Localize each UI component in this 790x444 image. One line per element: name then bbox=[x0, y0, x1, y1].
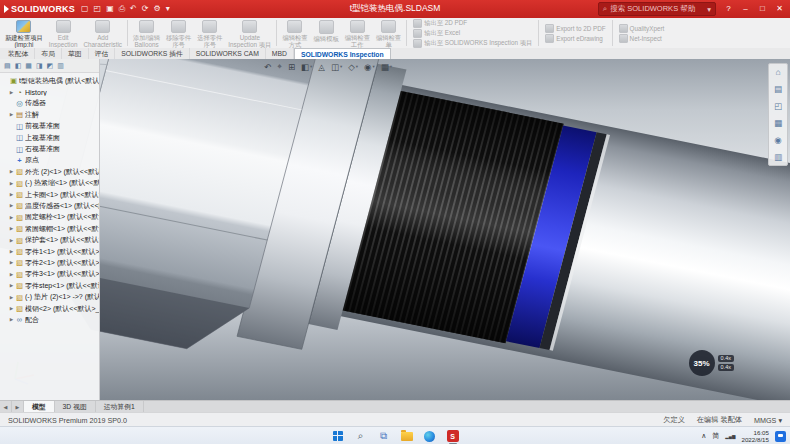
task-view-button[interactable]: ⧉ bbox=[377, 429, 391, 443]
custom-properties-icon[interactable]: ▥ bbox=[774, 152, 782, 162]
export-edrawing-button[interactable]: Export eDrawing bbox=[545, 34, 605, 43]
export-to-2dpdf-button[interactable]: Export to 2D PDF bbox=[545, 24, 605, 33]
tree-item-right-plane[interactable]: ◫右视基准面 bbox=[0, 143, 99, 154]
view-palette-icon[interactable]: ▦ bbox=[774, 118, 782, 128]
expand-arrow-icon[interactable]: ▶ bbox=[8, 306, 15, 311]
taskbar-clock[interactable]: 16:05 2022/8/15 bbox=[741, 429, 769, 443]
expand-arrow-icon[interactable]: ▶ bbox=[8, 90, 15, 95]
add-edit-balloons-button[interactable]: 添加/编辑 Balloons bbox=[130, 18, 163, 48]
section-view-icon[interactable]: ◧▾ bbox=[299, 61, 314, 73]
search-caret-icon[interactable]: ▾ bbox=[707, 5, 711, 14]
tab-solidworks-inspection[interactable]: SOLIDWORKS Inspection bbox=[294, 48, 391, 59]
edit-inspection-method-button[interactable]: 编辑检查 方式 bbox=[279, 18, 310, 48]
taskbar-search-button[interactable]: ⌕ bbox=[354, 429, 368, 443]
save-icon[interactable]: ▣ bbox=[106, 4, 114, 14]
undo-icon[interactable]: ↶ bbox=[130, 4, 137, 14]
export-inspection-project-button[interactable]: 输出至 SOLIDWORKS Inspection 项目 bbox=[413, 39, 532, 48]
tab-mbd[interactable]: MBD bbox=[266, 48, 294, 59]
expand-arrow-icon[interactable]: ▶ bbox=[8, 112, 15, 117]
tree-item-component[interactable]: ▶▧模销<2> (默认<<默认>_显示状态 bbox=[0, 303, 99, 314]
update-inspection-project-button[interactable]: Update Inspection 项目 bbox=[225, 18, 274, 48]
expand-arrow-icon[interactable]: ▶ bbox=[8, 238, 15, 243]
display-manager-icon[interactable]: ◩ bbox=[47, 62, 54, 70]
edit-inspection-button[interactable]: Edit Inspection bbox=[46, 18, 81, 48]
view-orientation-icon[interactable]: ◫▾ bbox=[329, 61, 344, 73]
edit-inspection-drawing-button[interactable]: 编辑检查 工作 bbox=[342, 18, 373, 48]
export-2dpdf-cn-button[interactable]: 输出至 2D PDF bbox=[413, 19, 532, 28]
inspection-manager-icon[interactable]: ▥ bbox=[57, 62, 64, 70]
remove-balloons-button[interactable]: 移除零件 序号 bbox=[163, 18, 194, 48]
scene-icon[interactable]: ▦▾ bbox=[379, 61, 394, 73]
edge-browser-button[interactable] bbox=[423, 429, 437, 443]
tab-solidworks-cam[interactable]: SOLIDWORKS CAM bbox=[190, 48, 266, 59]
tree-item-component[interactable]: ▶▧固定螺栓<1> (默认<<默认>_显示状态 bbox=[0, 212, 99, 223]
solidworks-resources-icon[interactable]: ⌂ bbox=[775, 67, 780, 77]
tree-item-component[interactable]: ▶▧紧固螺帽<1> (默认<<默认>_显示状态 bbox=[0, 223, 99, 234]
minimize-button[interactable]: – bbox=[737, 0, 754, 18]
rebuild-icon[interactable]: ⟳ bbox=[142, 4, 149, 14]
display-style-icon[interactable]: ◇▾ bbox=[346, 61, 360, 73]
close-button[interactable]: ✕ bbox=[771, 0, 788, 18]
maximize-button[interactable]: □ bbox=[754, 0, 771, 18]
tree-item-component[interactable]: ▶▧(-) 垫片 (2)<1> ->? (默认<<默认>_显 bbox=[0, 291, 99, 302]
ime-indicator[interactable]: 简 bbox=[712, 431, 719, 441]
design-library-icon[interactable]: ▤ bbox=[774, 84, 782, 94]
tree-item-component[interactable]: ▶▧零件step<1> (默认<<默认>_显示状态 bbox=[0, 280, 99, 291]
start-button[interactable] bbox=[331, 429, 345, 443]
new-inspection-project-button[interactable]: 新建检查项目 (imp:hi bbox=[2, 18, 46, 48]
solidworks-taskbar-button[interactable]: S bbox=[446, 429, 460, 443]
tree-item-component[interactable]: ▶▧零件2<1> (默认<<默认>_显示状态 bbox=[0, 257, 99, 268]
select-balloons-button[interactable]: 选择零件 序号 bbox=[194, 18, 225, 48]
open-icon[interactable]: ◰ bbox=[94, 4, 102, 14]
tree-item-origin[interactable]: +原点 bbox=[0, 155, 99, 166]
quick-access-caret-icon[interactable]: ▾ bbox=[166, 4, 170, 14]
network-volume-icon[interactable]: ▂▄▆ bbox=[725, 434, 735, 439]
tray-chevron-icon[interactable]: ∧ bbox=[701, 432, 706, 440]
solidworks-logo[interactable]: SOLIDWORKS bbox=[0, 4, 81, 14]
expand-arrow-icon[interactable]: ▶ bbox=[8, 215, 15, 220]
file-explorer-button[interactable] bbox=[400, 429, 414, 443]
expand-arrow-icon[interactable]: ▶ bbox=[8, 192, 15, 197]
tree-item-component[interactable]: ▶▧外壳 (2)<1> (默认<<默认>_显示状态 bbox=[0, 166, 99, 177]
tree-item-front-plane[interactable]: ◫前视基准面 bbox=[0, 121, 99, 132]
expand-arrow-icon[interactable]: ▶ bbox=[8, 317, 15, 322]
tree-item-annotations[interactable]: ▶▤注解 bbox=[0, 109, 99, 120]
tab-sketch[interactable]: 草图 bbox=[62, 48, 89, 59]
tree-item-mates[interactable]: ▶∞配合 bbox=[0, 314, 99, 325]
appearances-icon[interactable]: ◉ bbox=[774, 135, 781, 145]
export-excel-cn-button[interactable]: 输出至 Excel bbox=[413, 29, 532, 38]
tree-item-component[interactable]: ▶▧零件3<1> (默认<<默认>_显示状态 bbox=[0, 269, 99, 280]
hide-show-items-icon[interactable]: ◉▾ bbox=[362, 61, 377, 73]
expand-arrow-icon[interactable]: ▶ bbox=[8, 169, 15, 174]
previous-view-icon[interactable]: ↶ bbox=[262, 61, 273, 73]
tree-item-component[interactable]: ▶▧上卡圈<1> (默认<<默认>_显示状态 bbox=[0, 189, 99, 200]
expand-arrow-icon[interactable]: ▶ bbox=[8, 295, 15, 300]
new-document-icon[interactable]: ▢ bbox=[81, 4, 89, 14]
tree-item-assembly-root[interactable]: ▣t型铠装热电偶 (默认<默认_显示状态-1>) bbox=[0, 75, 99, 86]
qualityxpert-button[interactable]: QualityXpert bbox=[619, 24, 665, 33]
expand-arrow-icon[interactable]: ▶ bbox=[8, 283, 15, 288]
tab-assembly[interactable]: 装配体 bbox=[2, 48, 35, 59]
dimxpert-manager-icon[interactable]: ◨ bbox=[36, 62, 43, 70]
zoom-fit-icon[interactable]: ⌖ bbox=[275, 60, 284, 73]
edit-inspection-sheet-button[interactable]: 编辑检查 单 bbox=[373, 18, 404, 48]
print-icon[interactable]: ⎙ bbox=[119, 4, 125, 14]
property-manager-icon[interactable]: ◧ bbox=[15, 62, 22, 70]
tree-item-component[interactable]: ▶▧温度传感器<1> (默认<<默认>_显示 bbox=[0, 200, 99, 211]
tab-layout[interactable]: 布局 bbox=[35, 48, 62, 59]
tree-item-component[interactable]: ▶▧(-) 热紧缩<1> (默认<<默认>_显示状态 bbox=[0, 178, 99, 189]
tab-addins[interactable]: SOLIDWORKS 插件 bbox=[115, 48, 190, 59]
graphics-viewport[interactable]: ↶ ⌖ ⊞ ◧▾ ◬ ◫▾ ◇▾ ◉▾ ▦▾ ⌂ ▤ ◰ ▦ ◉ ▥ bbox=[0, 59, 790, 400]
tab-evaluate[interactable]: 评估 bbox=[89, 48, 116, 59]
net-inspect-button[interactable]: Net-Inspect bbox=[619, 34, 665, 43]
expand-arrow-icon[interactable]: ▶ bbox=[8, 226, 15, 231]
options-gear-icon[interactable]: ⚙ bbox=[154, 4, 161, 14]
thermocouple-3d-model[interactable] bbox=[0, 59, 790, 400]
expand-arrow-icon[interactable]: ▶ bbox=[8, 260, 15, 265]
tree-item-component[interactable]: ▶▧保护套<1> (默认<<默认>_显示状态 bbox=[0, 234, 99, 245]
expand-arrow-icon[interactable]: ▶ bbox=[8, 203, 15, 208]
tree-item-component[interactable]: ▶▧零件1<1> (默认<<默认>_显示状态 bbox=[0, 246, 99, 257]
edit-template-button[interactable]: 编辑模板 bbox=[311, 18, 342, 48]
expand-arrow-icon[interactable]: ▶ bbox=[8, 272, 15, 277]
zoom-area-icon[interactable]: ⊞ bbox=[286, 61, 297, 73]
